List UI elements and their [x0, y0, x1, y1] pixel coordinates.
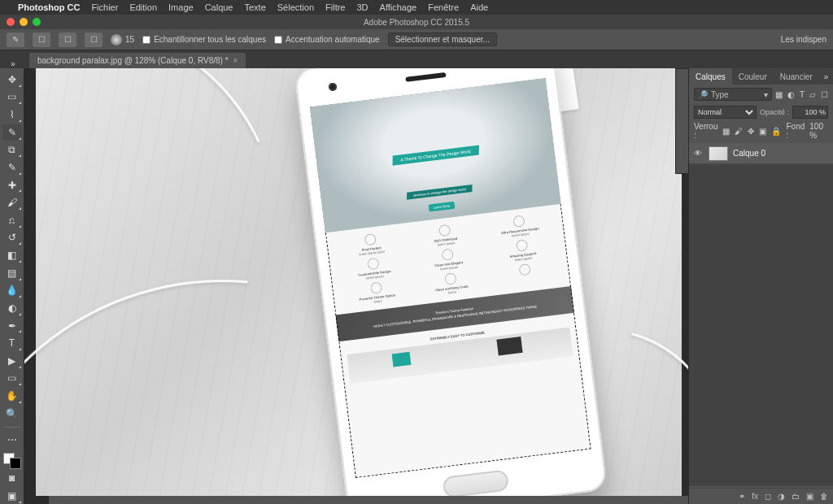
- auto-enhance-checkbox[interactable]: Accentuation automatique: [274, 35, 380, 44]
- layer-name[interactable]: Calque 0: [733, 149, 765, 158]
- panel-tabs: Calques Couleur Nuancier » ≡: [689, 68, 833, 85]
- fill-value[interactable]: 100 %: [809, 122, 828, 140]
- menu-calque[interactable]: Calque: [205, 2, 233, 12]
- menu-aide[interactable]: Aide: [470, 2, 488, 12]
- menu-filtre[interactable]: Filtre: [325, 2, 345, 12]
- document-tab-title: background paralax.jpg @ 128% (Calque 0,…: [37, 56, 229, 65]
- layer-filter-icons: ▦ ◐ T ▱ ☐: [775, 90, 828, 99]
- tab-layers[interactable]: Calques: [689, 68, 732, 85]
- tab-swatches[interactable]: Nuancier: [774, 68, 819, 85]
- filter-adjust-icon[interactable]: ◐: [787, 90, 795, 99]
- brush-tool-icon[interactable]: 🖌: [2, 194, 22, 211]
- lasso-tool-icon[interactable]: ⌇: [2, 106, 22, 123]
- menu-edition[interactable]: Edition: [129, 2, 157, 12]
- menu-image[interactable]: Image: [168, 2, 194, 12]
- options-right-label[interactable]: Les indispen: [781, 35, 826, 44]
- healing-brush-tool-icon[interactable]: ✚: [2, 177, 22, 193]
- layer-fx-icon[interactable]: fx: [752, 492, 758, 501]
- brush-preset-picker[interactable]: 15: [111, 34, 134, 46]
- selection-mode-add-icon[interactable]: ☐: [59, 33, 76, 47]
- layer-footer: ⚭ fx ◻ ◑ 🗀 ▣ 🗑: [689, 488, 833, 504]
- filter-pixel-icon[interactable]: ▦: [775, 90, 783, 99]
- menu-selection[interactable]: Sélection: [277, 2, 314, 12]
- shape-tool-icon[interactable]: ▭: [2, 371, 22, 387]
- filter-type-icon[interactable]: T: [800, 90, 805, 99]
- eraser-tool-icon[interactable]: ◧: [2, 247, 22, 263]
- adjustment-layer-icon[interactable]: ◑: [778, 492, 785, 501]
- link-layers-icon[interactable]: ⚭: [739, 492, 745, 501]
- sample-all-layers-checkbox[interactable]: Echantillonner tous les calques: [142, 35, 266, 44]
- layer-group-icon[interactable]: 🗀: [792, 492, 800, 501]
- edit-toolbar-icon[interactable]: ⋯: [2, 432, 22, 448]
- blend-mode-select[interactable]: Normal: [694, 106, 757, 119]
- crop-tool-icon[interactable]: ⧉: [2, 142, 22, 159]
- document-canvas[interactable]: A Theme To Change The Design World sente…: [36, 68, 682, 496]
- color-swatches[interactable]: [3, 453, 21, 469]
- minimize-window-icon[interactable]: [20, 18, 28, 26]
- layer-mask-icon[interactable]: ◻: [765, 492, 771, 501]
- new-layer-icon[interactable]: ▣: [806, 492, 813, 501]
- layer-row[interactable]: 👁 Calque 0: [689, 143, 833, 164]
- right-panels: Calques Couleur Nuancier » ≡ 🔎 Type ▾ ▦ …: [688, 68, 833, 504]
- select-and-mask-button[interactable]: Sélectionner et masquer...: [388, 33, 497, 46]
- mockup-feature: [489, 260, 563, 290]
- hand-tool-icon[interactable]: ✋: [2, 388, 22, 404]
- menu-fenetre[interactable]: Fenêtre: [428, 2, 459, 12]
- menu-fichier[interactable]: Fichier: [91, 2, 118, 12]
- lock-transparency-icon[interactable]: ▦: [722, 127, 730, 136]
- lock-pixels-icon[interactable]: 🖌: [735, 127, 743, 136]
- search-icon: 🔎: [698, 90, 708, 99]
- gradient-tool-icon[interactable]: ▤: [2, 265, 22, 281]
- close-tab-icon[interactable]: ×: [233, 56, 238, 65]
- expand-docs-icon[interactable]: »: [7, 56, 20, 68]
- tab-color[interactable]: Couleur: [732, 68, 774, 85]
- pen-tool-icon[interactable]: ✒: [2, 318, 22, 334]
- fill-label: Fond :: [786, 122, 805, 140]
- menu-3d[interactable]: 3D: [357, 2, 369, 12]
- zoom-window-icon[interactable]: [33, 18, 41, 26]
- selection-mode-new-icon[interactable]: ☐: [33, 33, 50, 47]
- menu-affichage[interactable]: Affichage: [380, 2, 417, 12]
- layer-visibility-icon[interactable]: 👁: [694, 149, 704, 158]
- lock-artboard-icon[interactable]: ▣: [759, 127, 766, 136]
- selection-mode-subtract-icon[interactable]: ☐: [85, 33, 102, 47]
- layer-thumbnail[interactable]: [709, 146, 728, 161]
- marquee-tool-icon[interactable]: ▭: [2, 89, 22, 106]
- mockup-feature: Clean and Easy Codelorem: [414, 269, 488, 299]
- document-tab-bar: » background paralax.jpg @ 128% (Calque …: [0, 50, 833, 68]
- dodge-tool-icon[interactable]: ◐: [2, 300, 22, 316]
- type-tool-icon[interactable]: T: [2, 335, 22, 351]
- current-tool-icon[interactable]: ✎: [7, 33, 24, 47]
- filter-shape-icon[interactable]: ▱: [809, 90, 816, 99]
- clone-stamp-tool-icon[interactable]: ⎌: [2, 212, 22, 228]
- eyedropper-tool-icon[interactable]: ✎: [2, 159, 22, 176]
- move-tool-icon[interactable]: ✥: [2, 72, 22, 88]
- lock-all-icon[interactable]: 🔒: [771, 127, 781, 136]
- quick-selection-tool-icon[interactable]: ✎: [2, 124, 22, 141]
- lock-row: Verrou : ▦ 🖌 ✥ ▣ 🔒 Fond : 100 %: [689, 120, 833, 141]
- path-selection-tool-icon[interactable]: ▶: [2, 353, 22, 369]
- background-color-swatch[interactable]: [10, 458, 21, 469]
- opacity-value[interactable]: 100 %: [792, 106, 828, 119]
- quick-mask-icon[interactable]: ◙: [2, 471, 22, 487]
- close-window-icon[interactable]: [7, 18, 15, 26]
- canvas-area[interactable]: A Theme To Change The Design World sente…: [24, 68, 688, 504]
- filter-smart-icon[interactable]: ☐: [821, 90, 828, 99]
- delete-layer-icon[interactable]: 🗑: [820, 492, 828, 501]
- document-tab[interactable]: background paralax.jpg @ 128% (Calque 0,…: [29, 53, 246, 68]
- lock-position-icon[interactable]: ✥: [748, 127, 754, 136]
- layer-filter-select[interactable]: 🔎 Type ▾: [694, 88, 772, 101]
- app-menu[interactable]: Photoshop CC: [18, 2, 80, 12]
- history-brush-tool-icon[interactable]: ↺: [2, 230, 22, 246]
- collapsed-panel-dock[interactable]: [675, 68, 688, 174]
- zoom-tool-icon[interactable]: 🔍: [2, 406, 22, 422]
- mockup-feature: Powerful Theme Optionlorem: [340, 278, 414, 308]
- opacity-label: Opacité :: [760, 108, 789, 116]
- mockup-phone: A Theme To Change The Design World sente…: [294, 68, 608, 504]
- phone-speaker: [405, 72, 446, 82]
- layer-list[interactable]: 👁 Calque 0: [689, 143, 833, 486]
- screen-mode-icon[interactable]: ▣: [2, 488, 22, 504]
- panel-collapse-icon[interactable]: »: [819, 72, 833, 81]
- blur-tool-icon[interactable]: 💧: [2, 283, 22, 299]
- menu-texte[interactable]: Texte: [244, 2, 265, 12]
